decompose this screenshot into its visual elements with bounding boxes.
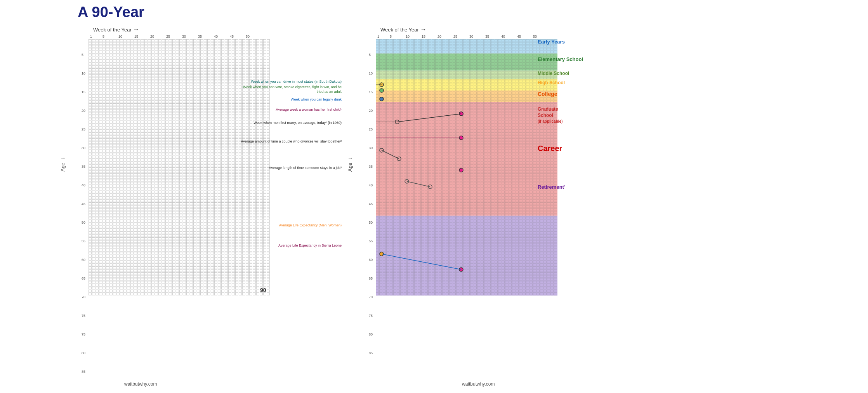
annotation-life-expectancy: Average Life Expectancy (Men, Women) <box>241 223 342 228</box>
footer-right: waitbutwhy.com <box>462 381 495 387</box>
annotation-vote: Week when you can vote, smoke cigarettes… <box>241 85 342 94</box>
footer-left: waitbutwhy.com <box>124 381 157 387</box>
left-end-label: 90 <box>260 287 266 293</box>
main-title: A 90-Year <box>78 4 144 21</box>
svg-point-12 <box>380 89 384 92</box>
svg-rect-10 <box>376 39 557 296</box>
label-college: College <box>538 91 583 97</box>
annotation-divorce: Average amount of time a couple who divo… <box>241 139 342 144</box>
right-colored-grid <box>376 39 557 296</box>
right-age-label: Age ↓ <box>347 157 353 172</box>
annotation-job: Average length of time someone stays in … <box>241 166 342 170</box>
svg-point-27 <box>459 168 463 172</box>
label-high: High School <box>538 80 583 85</box>
right-week-label: Week of the Year → <box>380 26 427 33</box>
right-labels: Early Years Elementary School Middle Sch… <box>538 39 583 190</box>
annotation-drive: Week when you can drive in most states (… <box>241 80 342 84</box>
label-retirement: Retirement¹ <box>538 184 583 190</box>
annotation-first-child: Average week a woman has her first child… <box>241 108 342 112</box>
left-chart: Week of the Year → Age ↓ 1 5 10 15 20 25… <box>62 21 279 301</box>
right-chart: Week of the Year → Age ↓ 1 5 10 15 20 25… <box>349 21 567 301</box>
svg-point-34 <box>459 136 463 140</box>
annotation-marry: Week when men first marry, on average, t… <box>241 121 342 125</box>
left-week-label: Week of the Year → <box>93 26 139 33</box>
left-age-label: Age ↓ <box>59 157 66 172</box>
annotation-drink: Week when you can legally drink <box>241 97 342 102</box>
label-early-years: Early Years <box>538 39 583 45</box>
svg-point-13 <box>380 97 384 101</box>
label-elementary: Elementary School <box>538 56 583 62</box>
annotation-sierra-leone: Average Life Expectancy in Sierra Leone <box>241 243 342 248</box>
label-grad: GraduateSchool(if applicable) <box>538 106 583 125</box>
label-career: Career <box>538 144 583 153</box>
label-middle: Middle School <box>538 71 583 76</box>
